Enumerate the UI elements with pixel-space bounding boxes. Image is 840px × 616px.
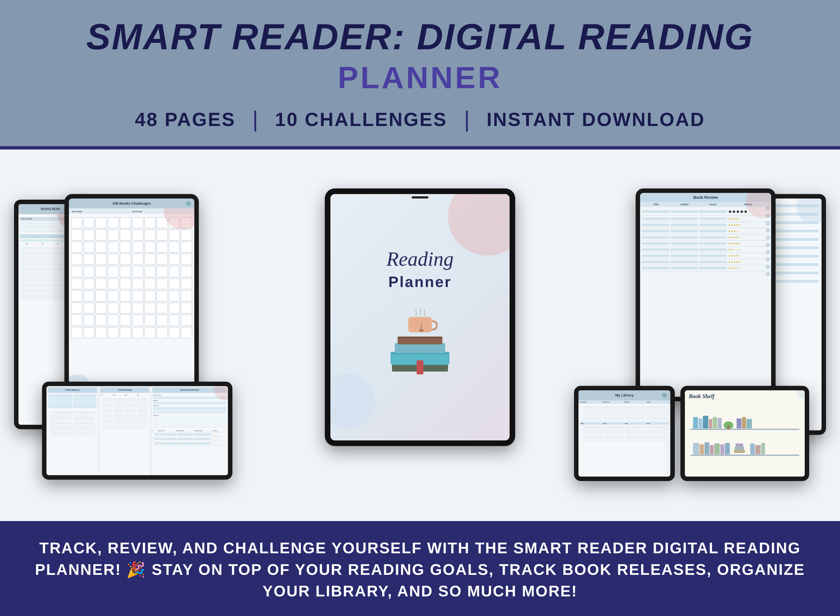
bookshelf-svg [685, 401, 805, 463]
book-stack-illustration [375, 307, 465, 387]
screen-right-mid: Book Review Title Author Genre Rating [640, 193, 771, 397]
svg-rect-25 [693, 443, 699, 454]
screen-center: Reading Planner [330, 194, 510, 440]
screen-left-bottom: Yearly Wrap Up [47, 386, 228, 475]
svg-rect-34 [736, 443, 743, 446]
page-wrapper: SMART READER: DIGITAL READING PLANNER 48… [0, 0, 840, 616]
main-title: SMART READER: DIGITAL READING [22, 17, 818, 57]
dot-5 [766, 236, 770, 239]
dot-7 [766, 251, 770, 254]
bookshelf-title: Book Shelf [685, 390, 805, 401]
svg-rect-11 [397, 337, 443, 338]
svg-rect-22 [742, 417, 746, 428]
svg-rect-37 [761, 443, 765, 454]
screen-right-bottom-right: Book Shelf [685, 390, 805, 477]
device-left-mid: 100 Books Challenges Start Date End Date [65, 194, 199, 401]
svg-rect-3 [419, 329, 424, 332]
header-divider [0, 146, 840, 150]
dot-10 [766, 273, 770, 276]
download-label: INSTANT DOWNLOAD [487, 109, 705, 130]
dot-8 [766, 258, 770, 261]
svg-rect-31 [725, 443, 730, 454]
svg-rect-27 [705, 442, 710, 454]
screen-header-left-mid: 100 Books Challenges [69, 198, 194, 208]
device-right-mid: Book Review Title Author Genre Rating [636, 188, 775, 401]
svg-rect-21 [737, 418, 742, 428]
screen-header-my-library: My Library [579, 390, 670, 400]
header-section: SMART READER: DIGITAL READING PLANNER 48… [0, 0, 840, 146]
screen-left-mid: 100 Books Challenges Start Date End Date [69, 198, 194, 397]
svg-rect-15 [703, 415, 708, 428]
dot-4 [766, 229, 770, 232]
dot-9 [766, 265, 770, 268]
dot-3 [766, 221, 770, 225]
svg-rect-30 [720, 444, 724, 454]
cover-script-title: Reading [386, 248, 454, 271]
separator-1: | [252, 106, 258, 132]
footer-text: TRACK, REVIEW, AND CHALLENGE YOURSELF WI… [34, 537, 806, 602]
device-right-bottom-right: Book Shelf [680, 386, 809, 481]
svg-rect-13 [693, 417, 698, 428]
dot-6 [766, 243, 770, 247]
main-content-area: BOOKS READ THE YEAR [0, 150, 840, 521]
challenges-count: 10 CHALLENGES [275, 109, 447, 130]
svg-rect-16 [709, 419, 712, 428]
footer-divider [0, 521, 840, 523]
separator-2: | [464, 106, 470, 132]
svg-rect-35 [750, 443, 755, 454]
challenge-grid [69, 215, 194, 340]
header-meta-bar: 48 PAGES | 10 CHALLENGES | INSTANT DOWNL… [22, 106, 818, 132]
dot-1 [766, 207, 770, 210]
devices-container: BOOKS READ THE YEAR [14, 177, 826, 494]
svg-rect-17 [712, 417, 717, 428]
cover-bold-title: Planner [388, 273, 452, 290]
device-right-bottom-left: My Library January February March April [574, 386, 675, 481]
device-left-bottom: Yearly Wrap Up [42, 381, 232, 480]
pages-count: 48 PAGES [135, 109, 236, 130]
svg-rect-14 [699, 418, 702, 428]
left-mid-title: 100 Books Challenges [72, 201, 191, 205]
svg-rect-18 [718, 418, 722, 428]
svg-rect-28 [710, 445, 714, 454]
svg-rect-26 [700, 444, 704, 454]
svg-rect-33 [735, 446, 744, 450]
svg-rect-32 [734, 450, 745, 453]
svg-rect-20 [727, 425, 730, 429]
device-center: Reading Planner [325, 188, 515, 446]
sub-title: PLANNER [22, 60, 818, 95]
svg-rect-36 [755, 445, 761, 454]
my-library-title: My Library [582, 393, 667, 397]
dot-2 [766, 214, 770, 217]
svg-rect-29 [714, 443, 720, 454]
dots-column [766, 207, 770, 276]
footer-section: TRACK, REVIEW, AND CHALLENGE YOURSELF WI… [0, 523, 840, 616]
screen-right-bottom-left: My Library January February March April [579, 390, 670, 477]
svg-rect-9 [395, 343, 445, 353]
svg-rect-23 [746, 419, 752, 428]
